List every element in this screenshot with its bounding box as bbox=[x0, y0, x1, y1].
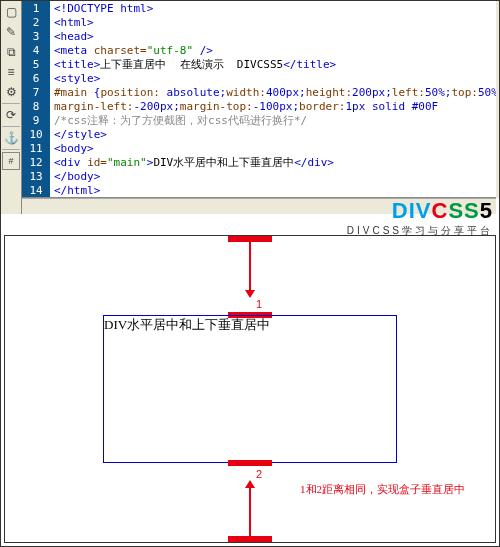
code-editor[interactable]: 1234567891011121314 <!DOCTYPE html><html… bbox=[22, 1, 496, 198]
label-1: 1 bbox=[256, 298, 262, 310]
centered-box: DIV水平居中和上下垂直居中 bbox=[103, 315, 397, 463]
css-icon[interactable]: # bbox=[2, 152, 20, 170]
annotation-text: 1和2距离相同，实现盒子垂直居中 bbox=[300, 482, 465, 497]
label-2: 2 bbox=[256, 468, 262, 480]
edit-icon[interactable]: ✎ bbox=[2, 23, 20, 41]
refresh-icon[interactable]: ⟳ bbox=[2, 106, 20, 124]
file-icon[interactable]: ▢ bbox=[2, 3, 20, 21]
bottom-marker bbox=[228, 536, 272, 542]
wrench-icon[interactable]: ⚙ bbox=[2, 83, 20, 101]
editor-toolbar: ▢ ✎ ⧉ ≡ ⚙ ⟳ ⚓ # bbox=[1, 1, 22, 214]
arrow-down-icon bbox=[249, 242, 251, 290]
mid-marker-2 bbox=[228, 460, 272, 466]
tree-icon[interactable]: ≡ bbox=[2, 63, 20, 81]
vertical-scrollbar[interactable] bbox=[496, 1, 499, 198]
select-icon[interactable]: ⧉ bbox=[2, 43, 20, 61]
logo-text: DIVCSS5 bbox=[347, 198, 493, 224]
code-area[interactable]: <!DOCTYPE html><html><head><meta charset… bbox=[50, 1, 496, 197]
preview-pane: 1 DIV水平居中和上下垂直居中 2 1和2距离相同，实现盒子垂直居中 bbox=[4, 235, 496, 543]
line-gutter: 1234567891011121314 bbox=[22, 1, 50, 197]
logo-block: DIVCSS5 DIVCSS学习与分享平台 bbox=[347, 198, 493, 238]
arrow-up-icon bbox=[249, 488, 251, 536]
anchor-icon[interactable]: ⚓ bbox=[2, 129, 20, 147]
